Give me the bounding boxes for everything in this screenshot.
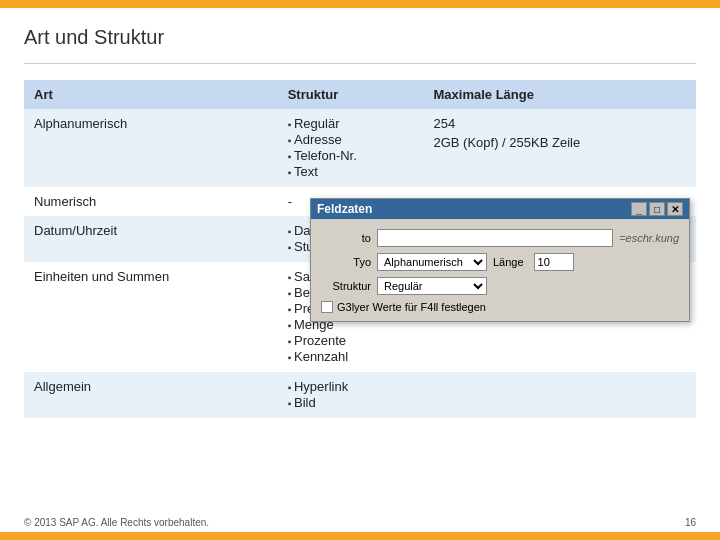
checkbox-gyltige-werte[interactable]: [321, 301, 333, 313]
col-max-laenge: Maximale Länge: [423, 80, 696, 109]
dialog-checkbox-row: G3lyer Werte für F4ll festlegen: [321, 301, 679, 313]
col-art: Art: [24, 80, 278, 109]
struktur-list: Hyperlink Bild: [288, 379, 414, 410]
list-item: Telefon-Nr.: [288, 148, 414, 163]
struktur-list: Regulär Adresse Telefon-Nr. Text: [288, 116, 414, 179]
footer-page-number: 16: [685, 517, 696, 528]
dialog-body: to =eschr.kung Tyo Alphanumerisch Numeri…: [311, 219, 689, 321]
dialog-title: Feldzaten: [317, 202, 372, 216]
max-laenge-cell: [423, 372, 696, 418]
art-cell: Einheiten und Summen: [24, 262, 278, 372]
dialog-maximize-button[interactable]: □: [649, 202, 665, 216]
dialog-row-2: Tyo Alphanumerisch Numerisch Datum/Uhrze…: [321, 253, 679, 271]
dialog-titlebar: Feldzaten _ □ ✕: [311, 199, 689, 219]
tyo-label: Tyo: [321, 256, 371, 268]
list-item: Bild: [288, 395, 414, 410]
art-cell: Alphanumerisch: [24, 109, 278, 187]
struktur-cell: Regulär Adresse Telefon-Nr. Text: [278, 109, 424, 187]
struktur-label: Struktur: [321, 280, 371, 292]
table-row: Allgemein Hyperlink Bild: [24, 372, 696, 418]
dialog-row-3: Struktur Regulär Adresse Telefon-Nr.: [321, 277, 679, 295]
bottom-bar: [0, 532, 720, 540]
list-item: Kennzahl: [288, 349, 414, 364]
feldzaten-dialog: Feldzaten _ □ ✕ to =eschr.kung Tyo Alpha…: [310, 198, 690, 322]
page-title: Art und Struktur: [24, 26, 696, 49]
list-item: Regulär: [288, 116, 414, 131]
checkbox-label: G3lyer Werte für F4ll festlegen: [337, 301, 486, 313]
list-item: Text: [288, 164, 414, 179]
list-item: Adresse: [288, 132, 414, 147]
list-item: Prozente: [288, 333, 414, 348]
top-bar: [0, 0, 720, 8]
divider: [24, 63, 696, 64]
max-length-secondary: 2GB (Kopf) / 255KB Zeile: [433, 135, 686, 150]
dialog-close-button[interactable]: ✕: [667, 202, 683, 216]
struktur-select[interactable]: Regulär Adresse Telefon-Nr.: [377, 277, 487, 295]
footer-copyright: © 2013 SAP AG. Alle Rechts vorbehalten.: [24, 517, 209, 528]
struktur-cell: Hyperlink Bild: [278, 372, 424, 418]
tyo-select[interactable]: Alphanumerisch Numerisch Datum/Uhrzeit: [377, 253, 487, 271]
to-label: to: [321, 232, 371, 244]
table-header: Art Struktur Maximale Länge: [24, 80, 696, 109]
max-length-primary: 254: [433, 116, 686, 131]
to-input[interactable]: [377, 229, 613, 247]
max-laenge-cell: 254 2GB (Kopf) / 255KB Zeile: [423, 109, 696, 187]
art-cell: Allgemein: [24, 372, 278, 418]
col-struktur: Struktur: [278, 80, 424, 109]
dialog-titlebar-buttons: _ □ ✕: [631, 202, 683, 216]
art-cell: Datum/Uhrzeit: [24, 216, 278, 262]
table-row: Alphanumerisch Regulär Adresse Telefon-N…: [24, 109, 696, 187]
laenge-input[interactable]: [534, 253, 574, 271]
dialog-row-1: to =eschr.kung: [321, 229, 679, 247]
art-cell: Numerisch: [24, 187, 278, 216]
description-label: =eschr.kung: [619, 232, 679, 244]
laenge-label: Länge: [493, 256, 524, 268]
dialog-minimize-button[interactable]: _: [631, 202, 647, 216]
list-item: Hyperlink: [288, 379, 414, 394]
